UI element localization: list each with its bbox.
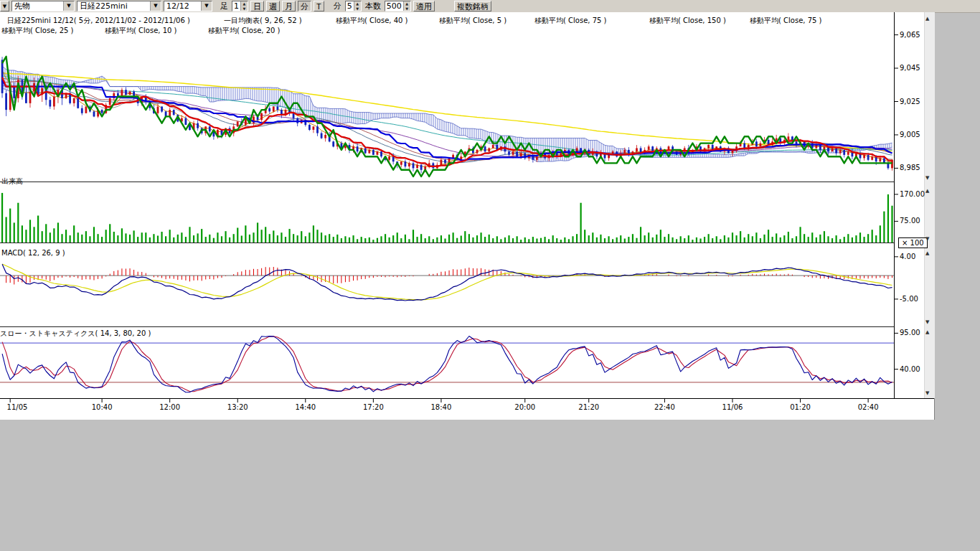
- contract-month-value: 12/12: [164, 1, 201, 11]
- minute-stepper[interactable]: 5 ▲ ▼: [345, 1, 362, 11]
- dropdown-icon: ▼: [3, 4, 6, 9]
- ma25-line: [2, 81, 892, 161]
- period-week-button[interactable]: 週: [266, 1, 280, 11]
- scale-scrollbar[interactable]: [924, 12, 935, 398]
- bar-type-label: 足: [220, 1, 228, 11]
- ichimoku-span-b: [2, 66, 892, 157]
- ma150-line: [2, 73, 892, 151]
- apply-button[interactable]: 適用: [413, 1, 435, 11]
- chikou-line: [2, 57, 892, 176]
- candlesticks: [1, 57, 893, 173]
- symbol-select[interactable]: 日経225mini ▼: [77, 1, 161, 11]
- toolbar: ▼ 先物 ▼ 日経225mini ▼ 12/12 ▼ 足 1 ▲ ▼ 日 週 月…: [0, 0, 980, 13]
- bar-interval-value: 1: [232, 1, 240, 11]
- period-month-button[interactable]: 月: [282, 1, 296, 11]
- period-tick-button[interactable]: T: [314, 1, 324, 11]
- ma75-line: [2, 76, 892, 156]
- toolbar-mini-dropdown[interactable]: ▼: [0, 1, 9, 11]
- dropdown-icon[interactable]: ▼: [63, 1, 74, 11]
- macd-signal-line: [2, 264, 892, 300]
- stepper-arrows[interactable]: ▲ ▼: [403, 1, 410, 11]
- chart-application: ▼ 先物 ▼ 日経225mini ▼ 12/12 ▼ 足 1 ▲ ▼ 日 週 月…: [0, 0, 980, 551]
- bar-count-value: 500: [385, 1, 403, 11]
- minute-label: 分: [334, 1, 341, 11]
- contract-month-select[interactable]: 12/12 ▼: [164, 1, 212, 11]
- stoch-d-line: [2, 336, 892, 392]
- period-day-button[interactable]: 日: [250, 1, 264, 11]
- tenkan-line: [2, 77, 892, 166]
- bar-count-stepper[interactable]: 500 ▲ ▼: [385, 1, 411, 11]
- minute-value: 5: [346, 1, 354, 11]
- dropdown-icon[interactable]: ▼: [150, 1, 161, 11]
- period-minute-button[interactable]: 分: [298, 1, 311, 11]
- volume-bars: [2, 193, 892, 242]
- stepper-arrows[interactable]: ▲ ▼: [354, 1, 361, 11]
- multi-symbol-button[interactable]: 複数銘柄: [454, 1, 491, 11]
- ma10-line: [2, 71, 892, 166]
- down-arrow-icon[interactable]: ▼: [404, 6, 410, 11]
- stepper-arrows[interactable]: ▲ ▼: [240, 1, 248, 11]
- bar-interval-stepper[interactable]: 1 ▲ ▼: [232, 1, 248, 11]
- instrument-type-value: 先物: [12, 1, 63, 11]
- dropdown-icon[interactable]: ▼: [201, 1, 212, 11]
- down-arrow-icon[interactable]: ▼: [354, 6, 361, 11]
- bar-count-label: 本数: [365, 1, 381, 11]
- symbol-value: 日経225mini: [77, 1, 150, 11]
- instrument-type-select[interactable]: 先物 ▼: [11, 1, 75, 11]
- down-arrow-icon[interactable]: ▼: [241, 6, 248, 11]
- chart-svg: [0, 12, 934, 420]
- chart-window: 日経225mini 12/12( 5分, 2012/11/02 - 2012/1…: [0, 12, 935, 420]
